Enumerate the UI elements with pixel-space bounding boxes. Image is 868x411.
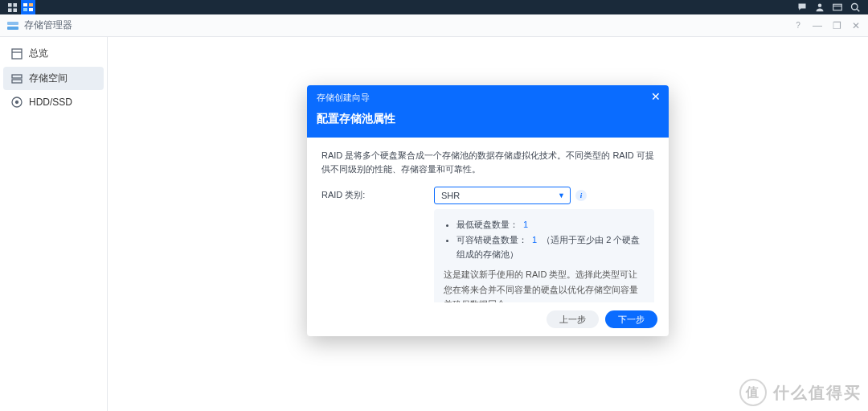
raid-min-label: 最低硬盘数量： [457, 220, 518, 229]
search-icon[interactable] [847, 0, 863, 14]
content-area: 存储创建向导 配置存储池属性 ✕ RAID 是将多个硬盘聚合成一个存储池的数据存… [108, 37, 868, 411]
raid-tol-value: 1 [532, 235, 537, 245]
window-header: 存储管理器 ? — ❐ ✕ [0, 14, 868, 37]
dialog-description: RAID 是将多个硬盘聚合成一个存储池的数据存储虚拟化技术。不同类型的 RAID… [321, 149, 654, 175]
task-icon[interactable] [21, 0, 35, 14]
svg-rect-13 [7, 22, 18, 25]
dialog-footer: 上一步 下一步 [307, 302, 669, 336]
gallery-icon[interactable] [829, 0, 845, 14]
raid-type-ctrl: SHR ▼ i 最低硬盘数量： 1 [434, 187, 654, 302]
taskbar-left [5, 0, 35, 14]
sidebar: 总览 存储空间 HDD/SSD [0, 37, 108, 411]
raid-note: 这是建议新手使用的 RAID 类型。选择此类型可让您在将来合并不同容量的硬盘以优… [444, 267, 645, 302]
storage-wizard-dialog: 存储创建向导 配置存储池属性 ✕ RAID 是将多个硬盘聚合成一个存储池的数据存… [307, 85, 669, 336]
disk-icon [11, 97, 23, 108]
svg-point-11 [852, 4, 858, 10]
sidebar-item-label: 总览 [29, 47, 48, 60]
window-title: 存储管理器 [24, 18, 72, 32]
sidebar-item-overview[interactable]: 总览 [3, 42, 104, 65]
svg-rect-18 [12, 80, 22, 83]
chevron-down-icon: ▼ [558, 191, 565, 199]
main-area: 总览 存储空间 HDD/SSD 存储创建向导 配置存储池属性 ✕ RAID 是将… [0, 37, 868, 411]
info-icon[interactable]: i [575, 190, 587, 201]
next-button[interactable]: 下一步 [605, 310, 657, 328]
dialog-header: 存储创建向导 配置存储池属性 ✕ [307, 85, 669, 138]
raid-tol-label: 可容错硬盘数量： [457, 235, 527, 245]
raid-min-value: 1 [523, 220, 528, 229]
maximize-button[interactable]: ❐ [831, 20, 842, 31]
sidebar-item-label: 存储空间 [29, 72, 68, 85]
help-button[interactable]: ? [792, 20, 804, 31]
raid-type-label: RAID 类别: [321, 187, 434, 201]
svg-rect-6 [23, 8, 27, 11]
watermark-text: 什么值得买 [773, 382, 862, 404]
svg-rect-1 [13, 3, 17, 7]
prev-button[interactable]: 上一步 [547, 310, 599, 328]
svg-rect-2 [8, 8, 12, 12]
os-taskbar [0, 0, 868, 14]
storage-icon [11, 73, 23, 84]
raid-type-select[interactable]: SHR ▼ [434, 187, 571, 204]
app-icon [6, 19, 19, 32]
sidebar-item-hdd[interactable]: HDD/SSD [3, 92, 104, 113]
svg-rect-5 [29, 3, 33, 6]
window-controls: ? — ❐ ✕ [792, 20, 862, 31]
dialog-body: RAID 是将多个硬盘聚合成一个存储池的数据存储虚拟化技术。不同类型的 RAID… [307, 138, 669, 302]
dialog-title: 配置存储池属性 [317, 112, 659, 126]
user-icon[interactable] [812, 0, 828, 14]
watermark: 值 什么值得买 [739, 379, 862, 406]
raid-tol-row: 可容错硬盘数量： 1 （适用于至少由 2 个硬盘组成的存储池） [457, 232, 645, 262]
svg-rect-7 [29, 8, 33, 11]
sidebar-item-label: HDD/SSD [29, 97, 72, 108]
dialog-breadcrumb: 存储创建向导 [317, 92, 659, 104]
raid-type-row: RAID 类别: SHR ▼ i 最低硬盘数量： [321, 187, 654, 302]
svg-line-12 [857, 9, 859, 11]
dashboard-icon [11, 48, 23, 60]
svg-rect-0 [8, 3, 12, 7]
raid-min-row: 最低硬盘数量： 1 [457, 217, 645, 232]
svg-rect-9 [833, 4, 842, 10]
dialog-close-button[interactable]: ✕ [651, 90, 661, 103]
watermark-badge: 值 [739, 379, 767, 406]
raid-info-box: 最低硬盘数量： 1 可容错硬盘数量： 1 （适用于至少由 2 个硬盘组成的存储池… [434, 209, 654, 302]
svg-point-8 [818, 4, 822, 8]
minimize-button[interactable]: — [812, 20, 823, 31]
svg-rect-3 [13, 8, 17, 12]
raid-type-value: SHR [441, 191, 460, 200]
taskbar-right [794, 0, 863, 14]
svg-point-20 [16, 101, 18, 104]
close-button[interactable]: ✕ [850, 20, 862, 31]
svg-rect-15 [12, 49, 22, 59]
apps-icon[interactable] [5, 0, 19, 14]
chat-icon[interactable] [794, 0, 810, 14]
svg-rect-17 [12, 75, 22, 78]
svg-rect-14 [7, 27, 18, 30]
svg-rect-4 [23, 3, 27, 6]
sidebar-item-storage[interactable]: 存储空间 [3, 67, 104, 90]
